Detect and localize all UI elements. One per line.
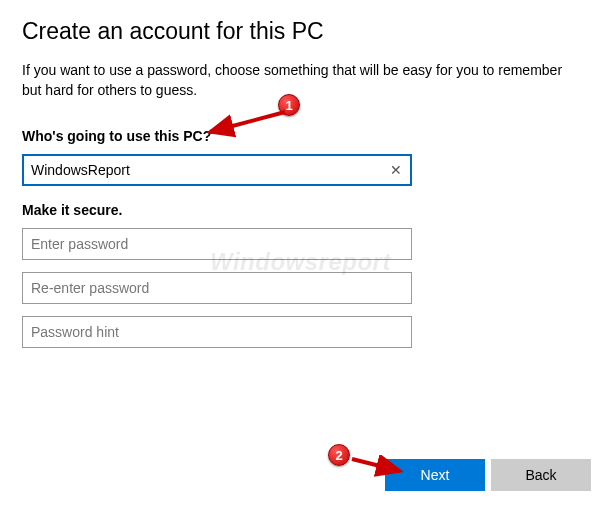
annotation-number-2: 2	[328, 444, 350, 466]
clear-icon[interactable]: ✕	[386, 159, 406, 181]
password-input[interactable]	[22, 228, 412, 260]
username-label: Who's going to use this PC?	[22, 128, 591, 144]
back-button[interactable]: Back	[491, 459, 591, 491]
password-hint-input[interactable]	[22, 316, 412, 348]
username-input[interactable]	[22, 154, 412, 186]
button-bar: Next Back	[385, 459, 591, 491]
secure-fields	[22, 228, 412, 360]
secure-label: Make it secure.	[22, 202, 591, 218]
annotation-callout-2: 2	[328, 444, 350, 466]
username-input-wrap: ✕	[22, 154, 412, 186]
next-button[interactable]: Next	[385, 459, 485, 491]
reenter-password-input[interactable]	[22, 272, 412, 304]
intro-text: If you want to use a password, choose so…	[22, 61, 582, 100]
page-title: Create an account for this PC	[22, 18, 591, 45]
